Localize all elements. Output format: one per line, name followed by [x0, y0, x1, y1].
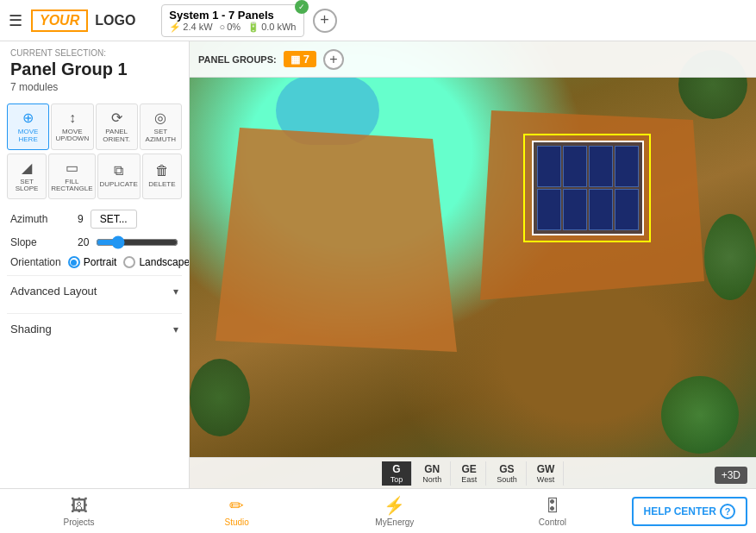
map-add-button[interactable]: + [323, 49, 344, 70]
main-layout: CURRENT SELECTION: Panel Group 1 7 modul… [0, 41, 756, 488]
toolbar-row1: ⊕ MOVE HERE ↕ MOVE UP/DOWN ⟳ PANEL ORIEN… [0, 100, 189, 154]
myenergy-label: MyEnergy [375, 517, 414, 527]
shading-label: Shading [10, 323, 52, 335]
shading-chevron: ▾ [173, 323, 178, 335]
set-slope-button[interactable]: ◢ SET SLOPE [7, 154, 47, 200]
azimuth-row: Azimuth 9 SET... [0, 206, 189, 232]
tree-bottomright [661, 376, 739, 454]
view-north-letter: GN [424, 463, 440, 475]
panel-orient-button[interactable]: ⟳ PANEL ORIENT. [96, 103, 138, 150]
projects-label: Projects [64, 517, 95, 527]
landscape-label: Landscape [139, 256, 190, 268]
slope-label: Slope [10, 236, 71, 248]
help-icon: ? [720, 504, 735, 519]
fill-rectangle-icon: ▭ [66, 160, 78, 176]
portrait-option[interactable]: Portrait [68, 256, 117, 268]
delete-label: DELETE [148, 181, 175, 189]
nav-myenergy[interactable]: ⚡ MyEnergy [316, 492, 473, 530]
bottom-nav: 🖼 Projects ✏ Studio ⚡ MyEnergy 🎛 Control… [0, 488, 756, 533]
move-here-button[interactable]: ⊕ MOVE HERE [7, 103, 49, 150]
advanced-layout-chevron: ▾ [173, 285, 178, 298]
portrait-radio[interactable] [68, 256, 80, 268]
panel-group-title: Panel Group 1 [0, 60, 189, 81]
add-system-button[interactable]: + [313, 9, 337, 33]
move-here-icon: ⊕ [22, 110, 34, 126]
fill-rectangle-label: FILL RECTANGLE [51, 179, 92, 194]
shading-toggle[interactable]: Shading ▾ [7, 314, 182, 344]
map-bottom-bar: G Top GN North GE East GS South GW West … [190, 457, 756, 488]
advanced-layout-label: Advanced Layout [10, 285, 97, 298]
solar-cell-3 [589, 146, 613, 187]
solar-cell-8 [615, 189, 639, 230]
set-slope-label: SET SLOPE [9, 179, 44, 194]
map-area[interactable]: PANEL GROUPS: ▦ 7 + G Top GN North GE Ea… [190, 41, 756, 488]
advanced-layout-toggle[interactable]: Advanced Layout ▾ [7, 276, 182, 306]
delete-button[interactable]: 🗑 DELETE [142, 154, 182, 200]
solar-panels[interactable] [532, 141, 644, 235]
view-top-button[interactable]: G Top [382, 461, 413, 486]
fill-rectangle-button[interactable]: ▭ FILL RECTANGLE [48, 154, 95, 200]
solar-cell-7 [589, 189, 613, 230]
logo: YOUR LOGO [31, 9, 135, 32]
azimuth-set-button[interactable]: SET... [91, 210, 137, 229]
slope-row: Slope 20 [0, 232, 189, 253]
azimuth-value: 9 [78, 213, 84, 225]
move-updown-button[interactable]: ↕ MOVE UP/DOWN [51, 103, 93, 150]
view-east-button[interactable]: GE East [453, 461, 486, 486]
landscape-radio[interactable] [123, 256, 135, 268]
plus3d-button[interactable]: +3D [715, 467, 747, 484]
nav-control[interactable]: 🎛 Control [473, 492, 631, 530]
projects-icon: 🖼 [71, 496, 88, 516]
logo-your: YOUR [31, 9, 88, 32]
header: ☰ YOUR LOGO System 1 - 7 Panels ⚡ 2.4 kW… [0, 0, 756, 41]
view-east-sub: East [461, 475, 477, 484]
help-label: HELP CENTER [644, 505, 716, 517]
view-south-button[interactable]: GS South [488, 461, 527, 486]
duplicate-button[interactable]: ⧉ DUPLICATE [97, 154, 141, 200]
view-north-sub: North [422, 475, 441, 484]
nav-projects[interactable]: 🖼 Projects [0, 492, 158, 530]
delete-icon: 🗑 [155, 163, 169, 179]
solar-cell-2 [563, 146, 587, 187]
view-south-sub: South [497, 475, 517, 484]
system-percent: ○ 0% [220, 22, 241, 32]
view-west-button[interactable]: GW West [528, 461, 565, 486]
set-azimuth-button[interactable]: ◎ SET AZIMUTH [140, 103, 182, 150]
tree-right [704, 214, 756, 300]
view-top-letter: G [392, 463, 400, 475]
panel-orient-icon: ⟳ [111, 110, 122, 126]
modules-count: 7 modules [0, 81, 189, 100]
panel-groups-badge[interactable]: ▦ 7 [284, 51, 316, 67]
slope-slider-container [96, 235, 178, 249]
solar-cell-4 [615, 146, 639, 187]
landscape-option[interactable]: Landscape [123, 256, 190, 268]
current-selection-label: CURRENT SELECTION: [0, 41, 189, 60]
toolbar-row2: ◢ SET SLOPE ▭ FILL RECTANGLE ⧉ DUPLICATE… [0, 154, 189, 207]
panel-grid [534, 142, 642, 234]
system-badge: ✓ [295, 0, 309, 14]
system-tab[interactable]: System 1 - 7 Panels ⚡ 2.4 kW ○ 0% 🔋 0.0 … [161, 4, 303, 37]
slope-slider[interactable] [96, 235, 178, 249]
studio-label: Studio [225, 517, 249, 527]
set-slope-icon: ◢ [22, 160, 32, 176]
view-north-button[interactable]: GN North [414, 461, 451, 486]
myenergy-icon: ⚡ [384, 495, 405, 516]
view-south-letter: GS [499, 463, 514, 475]
help-center-button[interactable]: HELP CENTER ? [632, 497, 747, 526]
solar-cell-5 [537, 189, 561, 230]
azimuth-label: Azimuth [10, 213, 71, 225]
portrait-label: Portrait [84, 256, 117, 268]
system-title: System 1 - 7 Panels [169, 9, 296, 22]
solar-cell-1 [537, 146, 561, 187]
move-updown-label: MOVE UP/DOWN [53, 129, 91, 144]
view-top-sub: Top [390, 475, 403, 484]
system-energy: 🔋 0.0 kWh [247, 22, 296, 33]
roof-left [216, 128, 457, 352]
nav-studio[interactable]: ✏ Studio [158, 492, 316, 530]
view-east-letter: GE [461, 463, 476, 475]
view-west-sub: West [537, 475, 554, 484]
menu-icon[interactable]: ☰ [9, 11, 22, 30]
set-azimuth-icon: ◎ [154, 110, 166, 126]
logo-text: LOGO [95, 13, 135, 28]
advanced-layout-section: Advanced Layout ▾ [7, 275, 182, 306]
